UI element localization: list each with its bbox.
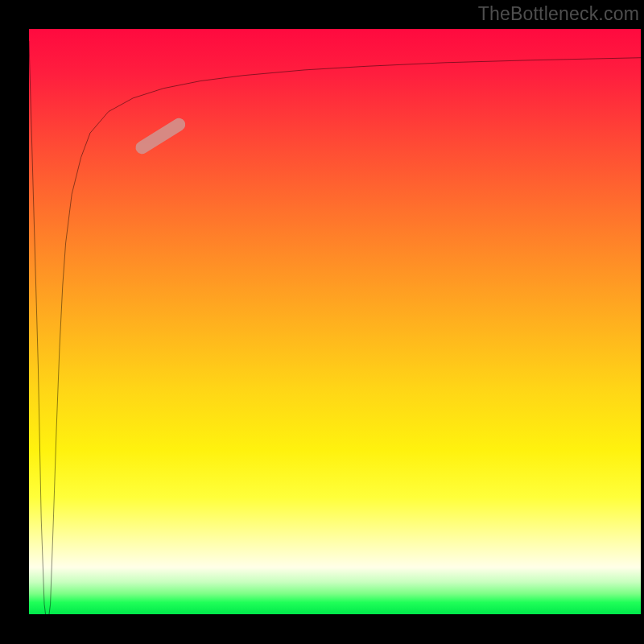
plot-area (29, 29, 641, 614)
bottleneck-curve (29, 41, 641, 614)
chart-stage: TheBottleneck.com (0, 0, 644, 644)
attribution-label: TheBottleneck.com (478, 3, 639, 25)
curve-layer (29, 29, 641, 614)
svg-rect-0 (134, 116, 188, 157)
curve-indicator (134, 116, 188, 157)
